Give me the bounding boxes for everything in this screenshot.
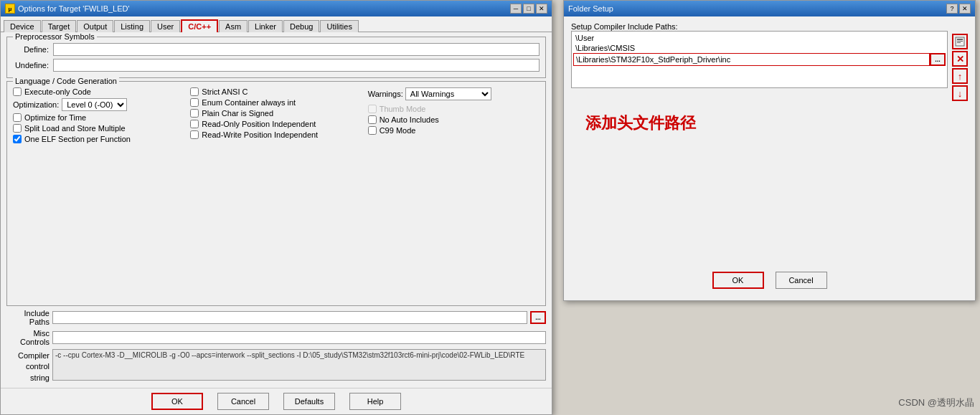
- c99-mode-check[interactable]: [368, 126, 377, 135]
- right-ok-button[interactable]: OK: [712, 272, 764, 289]
- title-bar-buttons: ─ □ ✕: [510, 4, 547, 14]
- optimization-select[interactable]: Level 0 (-O0): [62, 98, 127, 111]
- c99-mode-row: C99 Mode: [368, 126, 540, 135]
- watermark: CSDN @透明水晶: [898, 396, 974, 409]
- thumb-mode-row: Thumb Mode: [368, 105, 540, 113]
- one-elf-check[interactable]: [13, 135, 22, 143]
- include-paths-label: Include Paths: [6, 309, 50, 326]
- lang-inner: Execute-only Code Optimization: Level 0 …: [13, 87, 540, 143]
- readonly-pos-label: Read-Only Position Independent: [202, 120, 316, 128]
- readonly-pos-row: Read-Only Position Independent: [190, 120, 362, 128]
- readwrite-pos-label: Read-Write Position Independent: [202, 130, 318, 139]
- setup-label: Setup Compiler Include Paths:: [571, 22, 678, 31]
- tab-target[interactable]: Target: [42, 20, 77, 32]
- warnings-select[interactable]: All Warnings: [405, 87, 491, 100]
- optimize-time-row: Optimize for Time: [13, 113, 184, 122]
- right-title-btns: ? ✕: [946, 4, 971, 14]
- readonly-pos-check[interactable]: [190, 120, 199, 128]
- lang-col-3: Warnings: All Warnings Thumb Mode No Aut…: [368, 87, 540, 143]
- split-load-row: Split Load and Store Multiple: [13, 124, 184, 133]
- thumb-mode-label: Thumb Mode: [380, 105, 426, 113]
- enum-container-check[interactable]: [190, 98, 199, 107]
- right-dialog: Folder Setup ? ✕ Setup Compiler Include …: [563, 0, 976, 301]
- enum-container-row: Enum Container always int: [190, 98, 362, 107]
- dialog-buttons: OK Cancel Defaults Help: [1, 388, 552, 414]
- move-up-button[interactable]: ↑: [952, 68, 968, 84]
- right-close-button[interactable]: ✕: [959, 4, 971, 14]
- path-item-stdperiph-input[interactable]: [573, 53, 930, 66]
- lang-label: Language / Code Generation: [13, 77, 119, 85]
- tab-listing[interactable]: Listing: [114, 20, 150, 32]
- plain-char-check[interactable]: [190, 109, 199, 118]
- app-icon: μ: [5, 4, 15, 14]
- strict-ansi-check[interactable]: [190, 87, 199, 96]
- execute-only-check[interactable]: [13, 87, 22, 96]
- left-dialog-title: Options for Target 'FWLIB_LED': [18, 4, 130, 13]
- tab-cpp[interactable]: C/C++: [181, 19, 218, 32]
- close-button[interactable]: ✕: [536, 4, 547, 14]
- misc-controls-label: Misc Controls: [6, 329, 50, 346]
- move-down-button[interactable]: ↓: [952, 85, 968, 101]
- misc-controls-input[interactable]: [52, 331, 546, 344]
- svg-rect-1: [957, 39, 963, 40]
- readwrite-pos-check[interactable]: [190, 130, 199, 139]
- optimization-label: Optimization:: [13, 100, 59, 109]
- execute-only-label: Execute-only Code: [24, 87, 91, 96]
- path-item-cmsis[interactable]: \Libraries\CMSIS: [573, 43, 946, 53]
- tab-debug[interactable]: Debug: [283, 20, 319, 32]
- no-auto-includes-check[interactable]: [368, 115, 377, 124]
- tab-output[interactable]: Output: [77, 20, 113, 32]
- help-button[interactable]: Help: [349, 393, 401, 410]
- tab-device[interactable]: Device: [4, 20, 41, 32]
- compiler-label: Compiler control string: [6, 349, 50, 383]
- tab-linker[interactable]: Linker: [248, 20, 283, 32]
- right-buttons: OK Cancel: [571, 266, 968, 295]
- right-cancel-button[interactable]: Cancel: [776, 272, 827, 289]
- no-auto-includes-label: No Auto Includes: [380, 115, 439, 124]
- lang-col-2: Strict ANSI C Enum Container always int …: [190, 87, 362, 143]
- cancel-button[interactable]: Cancel: [217, 393, 269, 410]
- add-path-button[interactable]: [952, 34, 968, 49]
- title-left: μ Options for Target 'FWLIB_LED': [5, 4, 130, 14]
- compiler-row: Compiler control string -c --cpu Cortex-…: [6, 349, 546, 383]
- tab-utilities[interactable]: Utilities: [320, 20, 358, 32]
- no-auto-includes-row: No Auto Includes: [368, 115, 540, 124]
- undefine-input[interactable]: [53, 59, 540, 72]
- include-paths-input[interactable]: [52, 311, 527, 324]
- defaults-button[interactable]: Defaults: [283, 393, 335, 410]
- right-title-bar: Folder Setup ? ✕: [564, 1, 975, 16]
- path-item-user[interactable]: \User: [573, 33, 946, 43]
- misc-controls-row: Misc Controls: [6, 329, 546, 346]
- path-item-stdperiph: ...: [573, 53, 946, 66]
- right-question-button[interactable]: ?: [946, 4, 958, 14]
- maximize-button[interactable]: □: [523, 4, 534, 14]
- strict-ansi-label: Strict ANSI C: [202, 87, 248, 96]
- tab-user[interactable]: User: [151, 20, 180, 32]
- tab-asm[interactable]: Asm: [219, 20, 248, 32]
- one-elf-label: One ELF Section per Function: [24, 135, 131, 143]
- tabs-bar: Device Target Output Listing User C/C++ …: [1, 16, 552, 32]
- optimize-time-check[interactable]: [13, 113, 22, 122]
- optimize-time-label: Optimize for Time: [24, 113, 86, 122]
- paths-list: \User \Libraries\CMSIS ...: [571, 31, 948, 88]
- preprocessor-group: Preprocessor Symbols Define: Undefine:: [6, 37, 546, 78]
- dialog-content: Preprocessor Symbols Define: Undefine: L…: [1, 32, 552, 388]
- delete-path-button[interactable]: ✕: [952, 51, 968, 67]
- define-input[interactable]: [53, 43, 540, 56]
- minimize-button[interactable]: ─: [510, 4, 522, 14]
- path-browse-button[interactable]: ...: [930, 53, 946, 66]
- define-row: Define:: [13, 43, 540, 56]
- plain-char-label: Plain Char is Signed: [202, 109, 273, 118]
- ok-button[interactable]: OK: [151, 393, 203, 410]
- include-paths-browse-button[interactable]: ...: [530, 311, 546, 324]
- plain-char-row: Plain Char is Signed: [190, 109, 362, 118]
- strict-ansi-row: Strict ANSI C: [190, 87, 362, 96]
- c99-mode-label: C99 Mode: [380, 126, 416, 135]
- left-dialog: μ Options for Target 'FWLIB_LED' ─ □ ✕ D…: [0, 0, 552, 415]
- split-load-check[interactable]: [13, 124, 22, 133]
- right-content: Setup Compiler Include Paths: \User \Lib…: [564, 16, 975, 300]
- enum-container-label: Enum Container always int: [202, 98, 296, 107]
- svg-rect-2: [957, 41, 963, 42]
- optimization-row: Optimization: Level 0 (-O0): [13, 98, 184, 111]
- thumb-mode-check[interactable]: [368, 105, 377, 113]
